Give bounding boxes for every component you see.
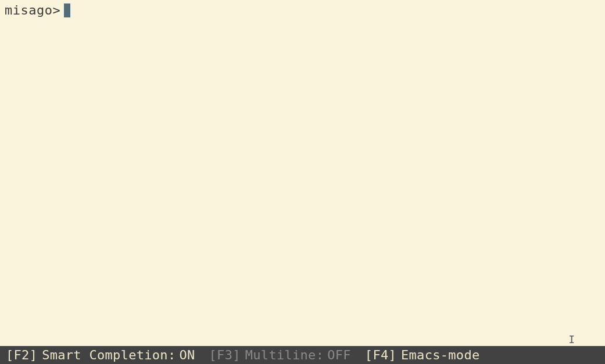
status-key-f4: [F4] [365, 348, 396, 362]
status-label-multiline: Multiline: [245, 348, 324, 362]
status-label-emacs-mode: Emacs-mode [401, 348, 479, 362]
status-key-f2: [F2] [6, 348, 37, 362]
status-value-smart-completion: ON [179, 348, 195, 362]
status-label-smart-completion: Smart Completion: [42, 348, 176, 362]
status-emacs-mode[interactable]: [F4] Emacs-mode [365, 348, 484, 362]
status-bar: [F2] Smart Completion: ON [F3] Multiline… [0, 346, 605, 364]
terminal-area[interactable]: misago> [0, 0, 605, 346]
prompt-line: misago> [5, 3, 600, 18]
status-key-f3: [F3] [209, 348, 241, 362]
status-value-multiline: OFF [327, 348, 351, 362]
status-smart-completion[interactable]: [F2] Smart Completion: ON [6, 348, 195, 362]
status-multiline[interactable]: [F3] Multiline: OFF [209, 348, 351, 362]
text-cursor [64, 3, 70, 17]
prompt-text: misago> [5, 3, 60, 18]
